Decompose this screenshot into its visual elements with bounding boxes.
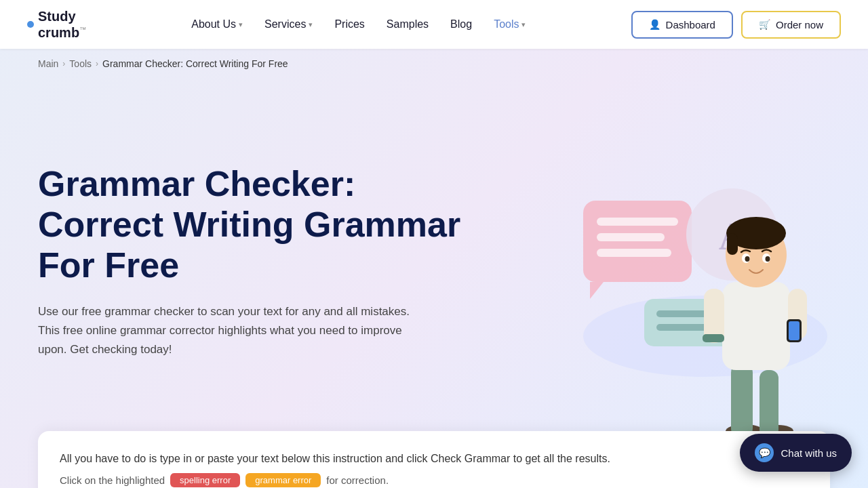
nav-prices[interactable]: Prices <box>326 13 372 36</box>
header-buttons: 👤 Dashboard 🛒 Order now <box>631 11 841 39</box>
order-now-button[interactable]: 🛒 Order now <box>741 11 841 39</box>
chat-widget[interactable]: 💬 Chat with us <box>740 434 852 472</box>
cart-icon: 🛒 <box>759 19 770 30</box>
breadcrumb-tools[interactable]: Tools <box>69 58 92 69</box>
hero-content: Grammar Checker: Correct Writing Grammar… <box>38 164 472 359</box>
chevron-down-icon: ▾ <box>239 20 243 29</box>
hero-title: Grammar Checker: Correct Writing Grammar… <box>38 164 472 285</box>
logo-tm: ™ <box>79 26 86 33</box>
svg-rect-28 <box>703 334 724 342</box>
breadcrumb-current: Grammar Checker: Correct Writing For Fre… <box>102 58 288 69</box>
breadcrumb-sep-2: › <box>96 59 98 68</box>
nav-services[interactable]: Services ▾ <box>256 13 321 36</box>
svg-point-26 <box>745 256 750 262</box>
logo-text: Studycrumb™ <box>38 8 86 41</box>
nav-tools[interactable]: Tools ▾ <box>486 13 534 36</box>
chevron-down-icon: ▾ <box>309 20 313 29</box>
logo-dot <box>27 21 34 28</box>
svg-rect-20 <box>789 321 800 340</box>
bottom-card-instruction: All you have to do is type in or paste y… <box>60 450 808 468</box>
svg-rect-14 <box>731 363 753 438</box>
svg-marker-5 <box>590 282 604 299</box>
chevron-down-icon: ▾ <box>521 20 526 29</box>
hero-description: Use our free grammar checker to scan you… <box>38 302 418 359</box>
dashboard-button[interactable]: 👤 Dashboard <box>631 11 733 39</box>
illustration-svg: A <box>529 65 854 445</box>
header: Studycrumb™ About Us ▾ Services ▾ Prices… <box>0 0 868 49</box>
svg-rect-4 <box>597 249 671 257</box>
nav-samples[interactable]: Samples <box>378 13 437 36</box>
breadcrumb-sep-1: › <box>62 59 65 68</box>
badge-orange: grammar error <box>245 473 321 487</box>
chat-widget-label: Chat with us <box>781 447 837 459</box>
svg-rect-2 <box>597 218 678 226</box>
svg-point-27 <box>766 256 770 262</box>
chat-icon: 💬 <box>755 443 774 462</box>
logo[interactable]: Studycrumb™ <box>27 8 86 41</box>
badge-red: spelling error <box>170 473 240 487</box>
nav-about-us[interactable]: About Us ▾ <box>183 13 251 36</box>
svg-rect-3 <box>597 233 665 241</box>
bottom-card-hint: Click on the highlighted spelling error … <box>60 473 808 487</box>
svg-rect-15 <box>760 370 778 438</box>
hero-section: Grammar Checker: Correct Writing Grammar… <box>0 79 868 431</box>
bottom-card: All you have to do is type in or paste y… <box>38 431 830 488</box>
hero-illustration: A <box>515 52 868 458</box>
svg-rect-16 <box>722 282 790 370</box>
breadcrumb-main[interactable]: Main <box>38 58 58 69</box>
svg-rect-23 <box>727 233 738 255</box>
person-icon: 👤 <box>649 19 660 30</box>
nav-blog[interactable]: Blog <box>442 13 480 36</box>
main-nav: About Us ▾ Services ▾ Prices Samples Blo… <box>183 13 534 36</box>
